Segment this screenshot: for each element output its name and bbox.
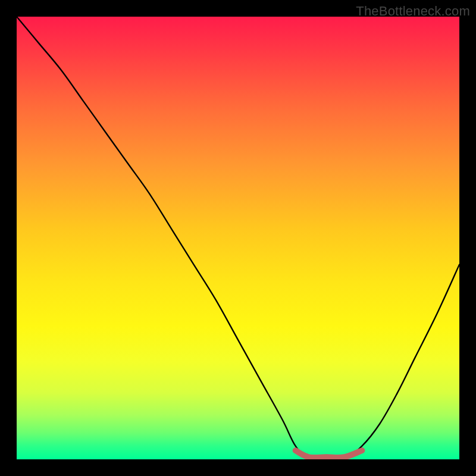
- bottleneck-curve-path: [17, 17, 459, 459]
- chart-frame: TheBottleneck.com: [0, 0, 476, 476]
- watermark-text: TheBottleneck.com: [356, 4, 470, 19]
- chart-svg: [17, 17, 459, 459]
- optimal-range-marker-path: [296, 450, 362, 458]
